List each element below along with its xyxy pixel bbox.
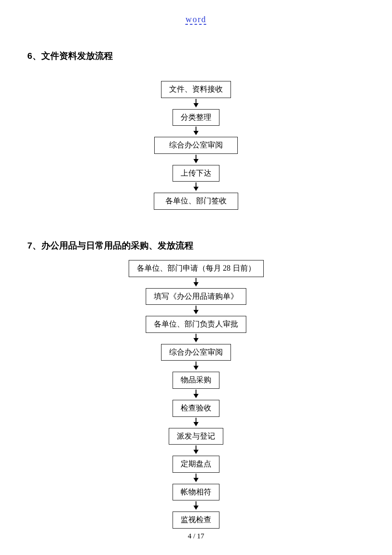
flow-node: 帐物相符 [173, 484, 219, 501]
flowchart-6: 文件、资料接收 分类整理 综合办公室审阅 上传下达 各单位、部门签收 [0, 81, 392, 210]
page-number: 4 / 17 [0, 532, 392, 541]
flow-node: 填写《办公用品请购单》 [146, 288, 246, 305]
arrow-down-icon [196, 278, 196, 286]
flow-node: 分类整理 [173, 109, 219, 126]
section-7-title: 7、办公用品与日常用品的采购、发放流程 [27, 240, 193, 251]
flow-node: 综合办公室审阅 [154, 137, 238, 154]
flow-node: 各单位、部门签收 [154, 193, 238, 210]
arrow-down-icon [196, 445, 196, 453]
section-6-title: 6、文件资料发放流程 [27, 50, 113, 62]
flow-node: 监视检查 [173, 512, 219, 529]
arrow-down-icon [196, 361, 196, 369]
flow-node: 文件、资料接收 [161, 81, 231, 98]
arrow-down-icon [196, 334, 196, 341]
flow-node: 派发与登记 [169, 428, 223, 445]
arrow-down-icon [196, 182, 196, 190]
flow-node: 综合办公室审阅 [161, 344, 231, 361]
arrow-down-icon [196, 501, 196, 509]
header-link[interactable]: word [0, 14, 392, 24]
arrow-down-icon [196, 127, 196, 134]
arrow-down-icon [196, 390, 196, 397]
arrow-down-icon [196, 418, 196, 425]
arrow-down-icon [196, 306, 196, 313]
flow-node: 物品采购 [173, 372, 219, 389]
flowchart-7: 各单位、部门申请（每月 28 日前） 填写《办公用品请购单》 各单位、部门负责人… [0, 260, 392, 529]
flow-node: 检查验收 [173, 400, 219, 417]
flow-node: 各单位、部门负责人审批 [146, 316, 246, 333]
arrow-down-icon [196, 474, 196, 481]
arrow-down-icon [196, 99, 196, 107]
flow-node: 定期盘点 [173, 456, 219, 473]
flow-node: 各单位、部门申请（每月 28 日前） [129, 260, 264, 277]
arrow-down-icon [196, 155, 196, 162]
flow-node: 上传下达 [173, 165, 219, 182]
